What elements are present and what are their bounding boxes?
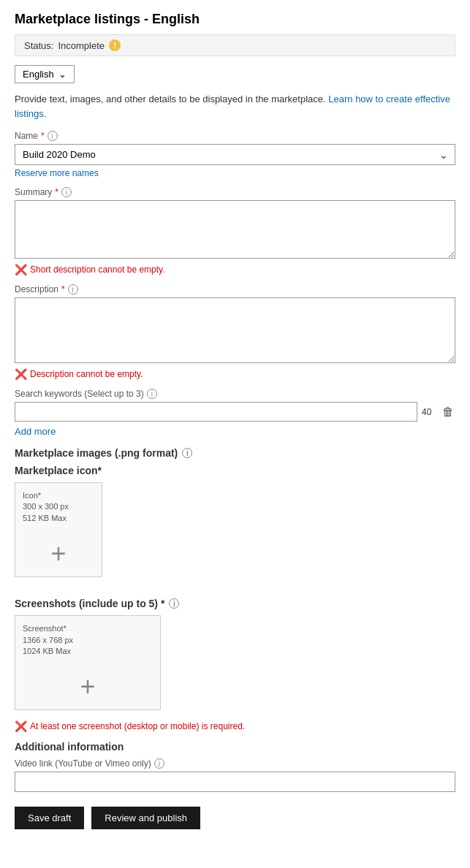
- screenshot-plus-icon: +: [23, 671, 153, 702]
- screenshot-upload-box[interactable]: Screenshot* 1366 x 768 px 1024 KB Max +: [15, 615, 161, 710]
- page-title: Marketplace listings - English: [15, 12, 455, 27]
- summary-field-group: Summary* i ❌ Short description cannot be…: [15, 187, 455, 275]
- description-error-icon: ❌: [15, 368, 27, 380]
- images-info-icon[interactable]: i: [182, 448, 192, 458]
- summary-label: Summary* i: [15, 187, 455, 197]
- icon-upload-box[interactable]: Icon* 300 x 300 px 512 KB Max +: [15, 482, 102, 577]
- delete-keyword-icon[interactable]: 🗑: [441, 404, 455, 420]
- bottom-buttons: Save draft Review and publish: [15, 807, 455, 829]
- images-section-title: Marketplace images (.png format) i: [15, 447, 455, 459]
- icon-plus-icon: +: [23, 538, 94, 569]
- summary-error-icon: ❌: [15, 264, 27, 275]
- additional-section-title: Additional information: [15, 741, 455, 753]
- video-info-icon[interactable]: i: [154, 758, 164, 769]
- video-field-group: Video link (YouTube or Vimeo only) i: [15, 758, 455, 792]
- status-icon: !: [109, 39, 121, 51]
- video-input[interactable]: [15, 772, 455, 792]
- description-textarea[interactable]: [15, 297, 455, 363]
- keyword-count: 40: [422, 407, 436, 417]
- add-more-link[interactable]: Add more: [15, 426, 455, 437]
- description-error: ❌ Description cannot be empty.: [15, 368, 455, 380]
- status-bar: Status: Incomplete !: [15, 34, 455, 56]
- review-publish-button[interactable]: Review and publish: [91, 807, 200, 829]
- keywords-label: Search keywords (Select up to 3) i: [15, 389, 455, 399]
- description-field-group: Description* i ❌ Description cannot be e…: [15, 284, 455, 380]
- status-value: Incomplete: [58, 40, 105, 51]
- screenshots-section-title: Screenshots (include up to 5) * i: [15, 598, 455, 609]
- icon-section-title: Marketplace icon*: [15, 465, 455, 476]
- chevron-down-icon: ⌄: [58, 69, 67, 80]
- keywords-field-group: Search keywords (Select up to 3) i 40 🗑 …: [15, 389, 455, 437]
- screenshot-upload-text: Screenshot* 1366 x 768 px 1024 KB Max: [23, 623, 153, 657]
- name-select[interactable]: Build 2020 Demo: [15, 144, 455, 165]
- name-field-group: Name* i Build 2020 Demo Reserve more nam…: [15, 131, 455, 178]
- name-label: Name* i: [15, 131, 455, 141]
- info-text: Provide text, images, and other details …: [15, 92, 455, 121]
- keywords-info-icon[interactable]: i: [147, 389, 157, 399]
- description-info-icon[interactable]: i: [68, 284, 78, 294]
- keyword-input[interactable]: [15, 402, 417, 422]
- keyword-row: 40 🗑: [15, 402, 455, 422]
- language-label: English: [23, 69, 54, 80]
- screenshot-error-icon: ❌: [15, 720, 27, 732]
- status-label: Status:: [24, 40, 53, 51]
- summary-error: ❌ Short description cannot be empty.: [15, 264, 455, 275]
- screenshot-error: ❌ At least one screenshot (desktop or mo…: [15, 720, 455, 732]
- reserve-names-link[interactable]: Reserve more names: [15, 168, 455, 178]
- name-info-icon[interactable]: i: [48, 131, 58, 141]
- screenshots-info-icon[interactable]: i: [169, 598, 179, 609]
- summary-textarea[interactable]: [15, 200, 455, 259]
- language-dropdown[interactable]: English ⌄: [15, 65, 75, 83]
- description-label: Description* i: [15, 284, 455, 294]
- screenshots-section: Screenshots (include up to 5) * i Screen…: [15, 598, 455, 732]
- additional-section: Additional information Video link (YouTu…: [15, 741, 455, 792]
- video-label: Video link (YouTube or Vimeo only) i: [15, 758, 455, 769]
- name-select-wrapper: Build 2020 Demo: [15, 144, 455, 165]
- save-draft-button[interactable]: Save draft: [15, 807, 84, 829]
- summary-info-icon[interactable]: i: [61, 187, 72, 197]
- icon-upload-text: Icon* 300 x 300 px 512 KB Max: [23, 490, 94, 524]
